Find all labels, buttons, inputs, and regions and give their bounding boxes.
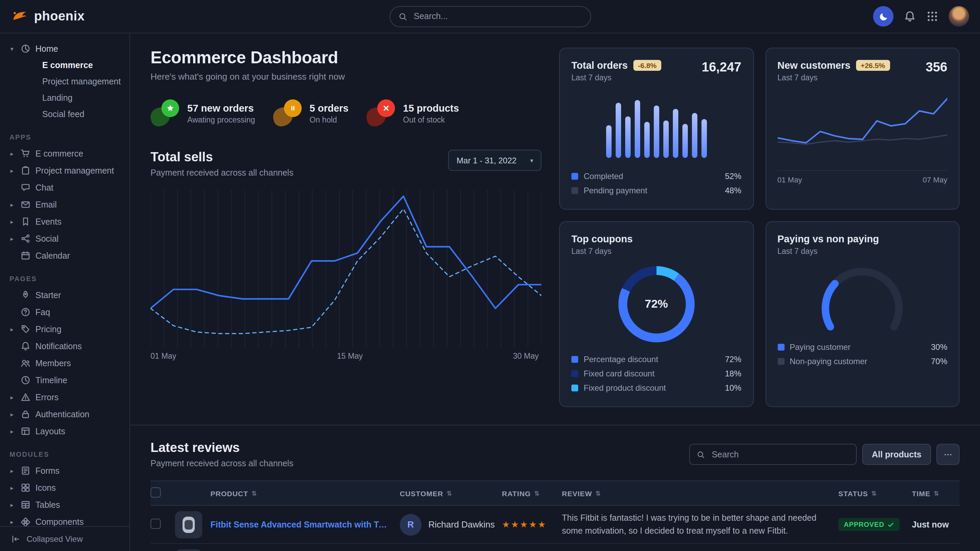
card-title: Top coupons	[571, 233, 633, 245]
sidebar-item-events[interactable]: ▸ Events	[8, 213, 124, 230]
column-header-status[interactable]: STATUS ⇅	[838, 489, 912, 497]
page-title: Ecommerce Dashboard	[151, 48, 541, 67]
legend-value: 70%	[931, 356, 947, 366]
legend-label: Fixed product discount	[584, 383, 666, 392]
legend-row: Fixed product discount 10%	[571, 381, 741, 395]
stat-icon	[273, 99, 301, 127]
stat-awating-processing: 57 new orders Awating processing	[151, 99, 255, 127]
search-input[interactable]	[412, 11, 582, 22]
sidebar-item-forms[interactable]: ▸ Forms	[8, 462, 124, 479]
reviews-search-input[interactable]	[710, 449, 849, 460]
sidebar-subitem-label: E commerce	[42, 60, 93, 70]
caret-icon: ▸	[8, 150, 16, 157]
chart-legend: Completed 52% Pending payment 48%	[571, 169, 741, 197]
global-search	[389, 6, 591, 27]
sort-icon[interactable]: ⇅	[447, 490, 452, 497]
sidebar-item-members[interactable]: Members	[8, 355, 124, 372]
sidebar-item-label: Layouts	[35, 426, 65, 436]
review-text: This Fitbit is fantastic! I was trying t…	[562, 506, 838, 543]
product-link[interactable]: Fitbit Sense Advanced Smartwatch with To…	[210, 520, 390, 529]
legend-value: 48%	[725, 186, 741, 195]
sidebar-item-chat[interactable]: Chat	[8, 179, 124, 196]
stat-glyph-icon	[288, 104, 297, 112]
sidebar-item-e-commerce[interactable]: E commerce	[8, 57, 124, 73]
column-header-label: STATUS	[838, 489, 868, 497]
sidebar-item-calendar[interactable]: Calendar	[8, 247, 124, 264]
sort-icon[interactable]: ⇅	[251, 490, 257, 497]
total-orders-card: Total orders -6.8% Last 7 days 16,247 Co…	[559, 48, 754, 210]
column-header-time[interactable]: TIME ⇅	[912, 489, 959, 497]
sidebar-item-faq[interactable]: Faq	[8, 303, 124, 321]
sort-icon[interactable]: ⇅	[595, 490, 601, 497]
sidebar-item-icons[interactable]: ▸ Icons	[8, 479, 124, 496]
sidebar-item-project-management[interactable]: ▸ Project management	[8, 162, 124, 179]
total-sells-chart: 01 May15 May30 May	[151, 190, 541, 364]
select-all-checkbox[interactable]	[151, 487, 161, 497]
sidebar-item-project-management[interactable]: Project management	[8, 73, 124, 90]
app-root: phoenix ▾ Home E commerce Project manage…	[0, 0, 980, 551]
sidebar-item-landing[interactable]: Landing	[8, 90, 124, 106]
product-thumbnail	[175, 511, 202, 538]
chart-legend: Paying customer 30% Non-paying customer …	[777, 340, 947, 368]
column-header-rating[interactable]: RATING ⇅	[502, 489, 562, 497]
stat-glyph-icon	[166, 104, 174, 112]
table-row[interactable]: iPhone 13 pro max-Pacific Blue-128GB sto…	[151, 544, 959, 551]
sidebar-item-timeline[interactable]: Timeline	[8, 372, 124, 389]
status-badge-label: APPROVED	[844, 521, 884, 528]
column-header-review[interactable]: REVIEW ⇅	[562, 489, 838, 497]
sidebar-item-pricing[interactable]: ▸ Pricing	[8, 321, 124, 338]
sidebar-item-tables[interactable]: ▸ Tables	[8, 496, 124, 513]
legend-row: Completed 52%	[571, 169, 741, 183]
sort-icon[interactable]: ⇅	[871, 490, 877, 497]
apps-grid-button[interactable]	[926, 10, 939, 22]
sidebar-item-authentication[interactable]: ▸ Authentication	[8, 406, 124, 423]
sidebar-item-social-feed[interactable]: Social feed	[8, 106, 124, 122]
caret-icon: ▸	[8, 428, 16, 435]
user-avatar[interactable]	[949, 6, 969, 27]
brand[interactable]: phoenix	[11, 8, 85, 25]
sidebar-item-starter[interactable]: Starter	[8, 287, 124, 303]
caret-icon: ▾	[8, 45, 16, 52]
card-value: 356	[926, 60, 947, 75]
caret-icon: ▸	[8, 518, 16, 525]
sidebar-item-icon	[21, 465, 31, 476]
sidebar-item-icon	[21, 324, 31, 334]
ellipsis-icon	[943, 449, 953, 459]
product-thumbnail	[175, 549, 202, 551]
check-icon	[888, 521, 894, 528]
brand-name: phoenix	[34, 9, 85, 24]
sidebar-subitem-label: Project management	[42, 77, 121, 86]
caret-icon: ▸	[8, 218, 16, 225]
sidebar-item-email[interactable]: ▸ Email	[8, 196, 124, 213]
column-header-label: RATING	[502, 489, 531, 497]
sidebar-item-e-commerce[interactable]: ▸ E commerce	[8, 145, 124, 162]
sidebar-item-notifications[interactable]: Notifications	[8, 338, 124, 355]
theme-toggle-button[interactable]	[873, 6, 894, 27]
column-header-customer[interactable]: CUSTOMER ⇅	[400, 489, 502, 497]
stat-out-of-stock: 15 products Out of stock	[366, 99, 459, 127]
total-sells-title: Total sells	[151, 150, 294, 165]
notifications-button[interactable]	[904, 10, 916, 22]
sort-icon[interactable]: ⇅	[534, 490, 540, 497]
sidebar-item-label: Events	[35, 217, 61, 226]
row-checkbox[interactable]	[151, 518, 161, 529]
legend-value: 52%	[725, 171, 741, 181]
legend-value: 10%	[725, 383, 741, 392]
legend-swatch	[571, 173, 578, 179]
all-products-button[interactable]: All products	[862, 444, 931, 465]
sidebar-item-home[interactable]: ▾ Home	[8, 40, 124, 57]
legend-label: Paying customer	[790, 342, 851, 352]
sort-icon[interactable]: ⇅	[934, 490, 939, 497]
sidebar-item-social[interactable]: ▸ Social	[8, 230, 124, 247]
column-header-product[interactable]: PRODUCT ⇅	[175, 489, 400, 497]
line-chart	[777, 92, 947, 164]
collapsed-view-toggle[interactable]: Collapsed View	[0, 526, 129, 551]
more-options-button[interactable]	[936, 444, 959, 465]
sidebar-item-layouts[interactable]: ▸ Layouts	[8, 423, 124, 440]
sidebar: ▾ Home E commerce Project management Lan…	[0, 33, 130, 551]
table-row[interactable]: Fitbit Sense Advanced Smartwatch with To…	[151, 506, 959, 544]
sidebar-item-errors[interactable]: ▸ Errors	[8, 389, 124, 406]
legend-label: Completed	[584, 171, 623, 181]
sidebar-item-label: E commerce	[35, 149, 83, 158]
date-range-select[interactable]: Mar 1 - 31, 2022 ▾	[449, 150, 541, 171]
